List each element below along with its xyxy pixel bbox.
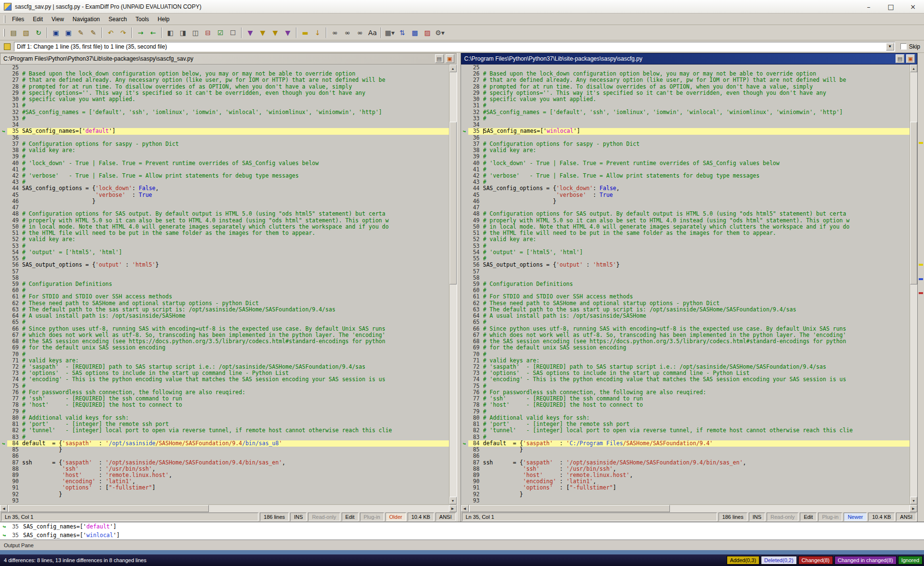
menu-item-view[interactable]: View <box>47 14 68 25</box>
code-text[interactable]: #SAS_config_names = ['default', 'ssh', '… <box>483 109 910 116</box>
code-text[interactable]: # specify options=''. This way it's spec… <box>22 90 449 96</box>
pane-compare-button[interactable]: ▣ <box>446 54 454 63</box>
scroll-right-arrow[interactable]: ▶ <box>910 505 917 512</box>
code-text[interactable]: # prompted for at run time. To disallow … <box>483 84 910 90</box>
code-text[interactable]: # For passwordless ssh connection, the f… <box>22 389 449 396</box>
code-line[interactable]: 93 <box>461 498 910 504</box>
code-text[interactable]: # <box>483 243 910 249</box>
code-text[interactable]: # which does not work well as utf-8. So,… <box>483 332 910 338</box>
code-line[interactable]: 64# A usual install path is: /opt/sasins… <box>0 313 449 319</box>
code-text[interactable]: } <box>22 447 449 453</box>
code-text[interactable]: 'verbose' : True <box>22 192 449 198</box>
code-text[interactable]: # <box>22 287 449 294</box>
code-line[interactable]: 85 } <box>0 447 449 453</box>
previous-difference-button[interactable]: ← <box>147 26 159 39</box>
code-line[interactable]: 59# Configuration Definitions <box>0 281 449 287</box>
scroll-down-arrow[interactable]: ▼ <box>910 497 917 504</box>
code-text[interactable]: # 'host' - [REQUIRED] the host to connec… <box>22 402 449 408</box>
status-plugin[interactable]: Plug-in <box>818 513 842 521</box>
code-text[interactable]: # Based upon the lock_down configuration… <box>483 71 910 77</box>
find-previous-button[interactable]: ∞ <box>354 26 366 39</box>
code-text[interactable]: # Configuration options for SAS output. … <box>22 211 449 217</box>
code-line[interactable]: 39# <box>461 154 910 160</box>
code-line[interactable]: 72# 'saspath' - [REQUIRED] path to SAS s… <box>0 364 449 370</box>
code-line[interactable]: 58 <box>461 275 910 281</box>
code-line[interactable]: 89 'host' : 'remote.linux.host', <box>461 472 910 478</box>
find-button[interactable]: ∞ <box>329 26 341 39</box>
code-line[interactable]: 26# Based upon the lock_down configurati… <box>461 71 910 77</box>
view-first-file-button[interactable]: ◧ <box>164 26 177 39</box>
code-line[interactable]: 25 <box>0 64 449 71</box>
code-text[interactable]: # <box>483 434 910 440</box>
code-text[interactable]: # Since python uses utf-8, running SAS w… <box>22 326 449 332</box>
code-text[interactable]: # <box>483 179 910 185</box>
view-split-button[interactable]: ◫ <box>189 26 202 39</box>
code-text[interactable]: # specific value you want applied. <box>483 96 910 103</box>
options-button[interactable]: ⚙▾ <box>434 26 446 39</box>
vertical-scrollbar-left[interactable]: ▲ ▼ <box>449 64 457 504</box>
output-pane-bar[interactable]: Output Pane <box>0 540 924 550</box>
code-line[interactable]: 44SAS_config_options = {'lock_down': Fal… <box>0 185 449 192</box>
code-line[interactable]: ↪35SAS_config_names=['winlocal'] <box>461 128 910 134</box>
code-line[interactable]: 47 <box>461 205 910 211</box>
code-line[interactable]: 40# 'lock_down' - True | False. True = P… <box>0 160 449 167</box>
vertical-scrollbar-right[interactable]: ▲ ▼ <box>910 64 917 504</box>
code-line[interactable]: 30# specific value you want applied. <box>461 96 910 103</box>
code-text[interactable]: # For STDIO and STDIO over SSH access me… <box>483 294 910 300</box>
code-line[interactable]: 56SAS_output_options = {'output' : 'html… <box>461 262 910 268</box>
status-edit[interactable]: Edit <box>800 513 817 521</box>
code-text[interactable]: # <box>22 154 449 160</box>
code-line[interactable]: 51# the HTML file will need to be put in… <box>461 230 910 236</box>
pane-header-left[interactable]: C:\Program Files\Python\Python37\Lib\sit… <box>0 53 457 64</box>
code-text[interactable]: # valid key are: <box>22 147 449 154</box>
code-line[interactable]: ↪35SAS_config_names=['default'] <box>0 128 449 134</box>
highlight-changes-button[interactable]: ▬ <box>299 26 311 39</box>
code-text[interactable]: # <box>483 103 910 109</box>
code-text[interactable]: # 'port' - [integer] the remote ssh port <box>483 421 910 427</box>
code-line[interactable]: 77# 'ssh' - [REQUIRED] the ssh command t… <box>461 396 910 402</box>
code-text[interactable]: # 'verbose' - True | False. True = Allow… <box>22 173 449 179</box>
code-line[interactable]: 52# valid key are: <box>0 236 449 243</box>
code-line[interactable]: 49# properly with HTML 5.0 so it can als… <box>0 218 449 224</box>
code-line[interactable]: 82# 'tunnel' - [integer] local port to o… <box>461 427 910 434</box>
code-text[interactable]: # 'tunnel' - [integer] local port to ope… <box>22 427 449 434</box>
code-line[interactable]: 32#SAS_config_names = ['default', 'ssh',… <box>0 109 449 116</box>
code-text[interactable]: # properly with HTML 5.0 so it can also … <box>483 218 910 224</box>
code-text[interactable]: # the SAS session encoding (see https://… <box>22 338 449 345</box>
horizontal-scrollbar-right[interactable]: ◀ ▶ <box>461 504 918 512</box>
edit-first-button[interactable]: ✎ <box>75 26 87 39</box>
code-text[interactable]: # that are defined already. Any necessar… <box>483 77 910 83</box>
code-text[interactable]: # The default path to the sas start up s… <box>483 307 910 313</box>
code-line[interactable]: 68# the SAS session encoding (see https:… <box>0 338 449 345</box>
code-text[interactable]: # 'output' = ['html5', 'html'] <box>483 249 910 256</box>
undo-button[interactable]: ↶ <box>104 26 117 39</box>
code-line[interactable]: 60# <box>461 287 910 294</box>
overview-diff-mark[interactable] <box>919 142 923 144</box>
code-line[interactable]: 55# <box>461 256 910 262</box>
code-line[interactable]: 68# the SAS session encoding (see https:… <box>461 338 910 345</box>
char-filter-button[interactable]: ▼ <box>269 26 282 39</box>
code-text[interactable]: 'options' : ["-fullstimer"] <box>22 485 449 491</box>
code-text[interactable]: # <box>22 434 449 440</box>
code-line[interactable]: 46 } <box>0 198 449 205</box>
code-text[interactable]: # 'saspath' - [REQUIRED] path to SAS sta… <box>22 364 449 370</box>
code-text[interactable]: SAS_output_options = {'output' : 'html5'… <box>483 262 910 268</box>
code-text[interactable]: # <box>22 243 449 249</box>
code-line[interactable]: 31# <box>0 103 449 109</box>
code-line[interactable]: 31# <box>461 103 910 109</box>
code-text[interactable]: } <box>483 491 910 498</box>
code-text[interactable]: # specific value you want applied. <box>22 96 449 103</box>
code-text[interactable]: # Configuration Definitions <box>22 281 449 287</box>
code-line[interactable]: 28# prompted for at run time. To disallo… <box>0 84 449 90</box>
code-text[interactable]: 'options' : ["-fullstimer"] <box>483 485 910 491</box>
code-text[interactable]: # Additional valid keys for ssh: <box>483 415 910 421</box>
code-text[interactable]: SAS_config_names=['default'] <box>22 128 449 134</box>
code-text[interactable]: # The default path to the sas start up s… <box>22 307 449 313</box>
synchronize-button[interactable]: ⇅ <box>396 26 409 39</box>
code-text[interactable]: SAS_config_options = {'lock_down': False… <box>22 185 449 192</box>
code-line[interactable]: 76# For passwordless ssh connection, the… <box>461 389 910 396</box>
code-line[interactable]: 88 'ssh' : '/usr/bin/ssh', <box>0 466 449 472</box>
code-line[interactable]: 89 'host' : 'remote.linux.host', <box>0 472 449 478</box>
diff-selector-combobox[interactable]: Diff 1: Change 1 line (35, first file) t… <box>14 42 895 51</box>
code-line[interactable]: 71# valid keys are: <box>461 358 910 364</box>
